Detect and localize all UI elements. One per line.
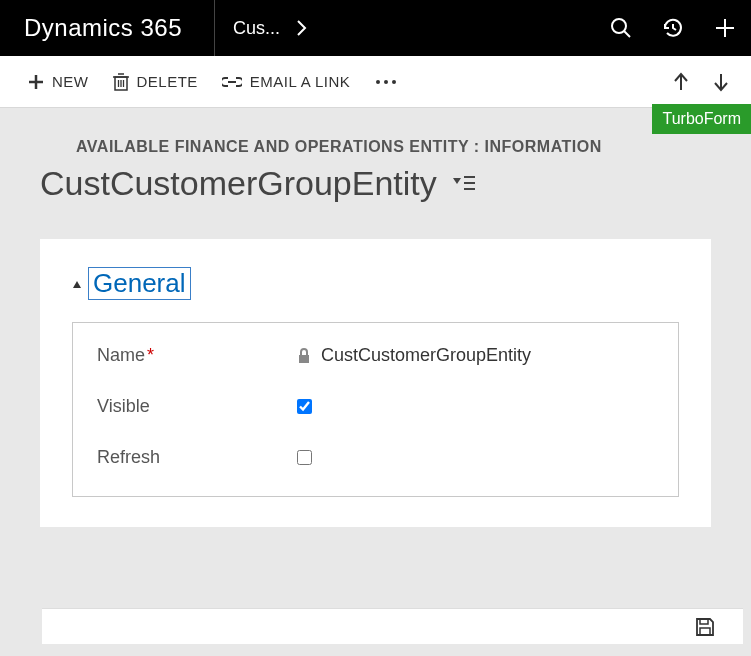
delete-label: DELETE (137, 73, 198, 90)
svg-marker-21 (73, 281, 81, 288)
brand-title: Dynamics 365 (24, 14, 182, 42)
svg-line-1 (624, 31, 630, 37)
link-icon (222, 76, 242, 88)
lock-icon (297, 348, 311, 364)
general-fieldset: Name* CustCustomerGroupEntity Visible Re… (72, 322, 679, 497)
arrow-down-icon (712, 72, 730, 92)
add-button[interactable] (699, 0, 751, 56)
visible-label: Visible (97, 396, 297, 417)
plus-icon (28, 74, 44, 90)
row-refresh: Refresh (97, 447, 654, 468)
svg-point-0 (612, 19, 626, 33)
breadcrumb-label: Cus... (233, 18, 280, 39)
form-options-icon[interactable] (453, 175, 475, 191)
breadcrumb-item[interactable]: Cus... (215, 0, 326, 56)
svg-marker-17 (453, 178, 461, 184)
top-bar: Dynamics 365 Cus... (0, 0, 751, 56)
page-overline: AVAILABLE FINANCE AND OPERATIONS ENTITY … (76, 138, 711, 156)
chevron-right-icon (296, 19, 308, 37)
svg-point-14 (392, 80, 396, 84)
history-button[interactable] (647, 0, 699, 56)
email-label: EMAIL A LINK (250, 73, 351, 90)
new-button[interactable]: NEW (16, 67, 101, 96)
history-icon (661, 16, 685, 40)
turboform-badge: TurboForm (652, 104, 751, 134)
more-icon (374, 78, 398, 86)
svg-rect-22 (299, 355, 309, 363)
search-button[interactable] (595, 0, 647, 56)
delete-button[interactable]: DELETE (101, 67, 210, 97)
refresh-label: Refresh (97, 447, 297, 468)
row-visible: Visible (97, 396, 654, 417)
svg-rect-24 (700, 628, 710, 635)
refresh-checkbox[interactable] (297, 450, 312, 465)
arrow-up-icon (672, 72, 690, 92)
footer-bar (42, 608, 743, 644)
name-text: CustCustomerGroupEntity (321, 345, 531, 366)
row-name: Name* CustCustomerGroupEntity (97, 345, 654, 366)
svg-rect-23 (700, 619, 708, 624)
trash-icon (113, 73, 129, 91)
nav-down-button[interactable] (707, 68, 735, 96)
search-icon (610, 17, 632, 39)
command-bar: NEW DELETE EMAIL A LINK (0, 56, 751, 108)
section-title: General (88, 267, 191, 300)
email-link-button[interactable]: EMAIL A LINK (210, 67, 363, 96)
page-title: CustCustomerGroupEntity (40, 164, 437, 203)
more-commands-button[interactable] (362, 72, 410, 92)
name-value: CustCustomerGroupEntity (297, 345, 531, 366)
page-content: TurboForm AVAILABLE FINANCE AND OPERATIO… (0, 108, 751, 527)
nav-up-button[interactable] (667, 68, 695, 96)
section-header-general[interactable]: General (72, 267, 679, 300)
form-card: General Name* CustCustomerGroupEntity Vi… (40, 239, 711, 527)
svg-point-12 (376, 80, 380, 84)
svg-point-13 (384, 80, 388, 84)
collapse-icon (72, 279, 82, 289)
new-label: NEW (52, 73, 89, 90)
plus-icon (714, 17, 736, 39)
name-label: Name* (97, 345, 297, 366)
save-button[interactable] (695, 617, 715, 637)
visible-checkbox[interactable] (297, 399, 312, 414)
